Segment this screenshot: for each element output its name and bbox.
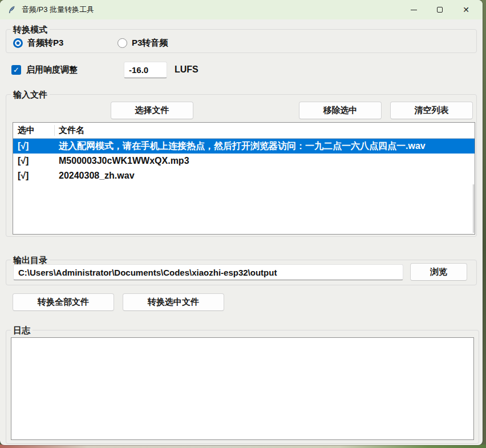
python-feather-icon [7, 5, 17, 15]
input-files-label: 输入文件 [11, 88, 50, 100]
window-title: 音频/P3 批量转换工具 [22, 5, 94, 15]
row-filename-cell: M500003J0cWK1WWxQX.mp3 [54, 156, 189, 166]
lufs-unit-label: LUFS [175, 64, 199, 75]
mode-groupbox: 转换模式 音频转P3 P3转音频 [6, 29, 477, 53]
radio-p3-to-audio[interactable]: P3转音频 [118, 38, 168, 49]
select-files-button[interactable]: 选择文件 [111, 102, 193, 119]
output-dir-groupbox: 输出目录 C:\Users\Administrator\Documents\Co… [6, 260, 477, 285]
row-checked-cell: [√] [13, 141, 54, 151]
maximize-button[interactable] [427, 0, 453, 19]
row-checked-cell: [√] [13, 156, 54, 166]
input-files-groupbox: 输入文件 选择文件 移除选中 清空列表 选中 文件名 [√] 进入配网模式，请在… [6, 94, 477, 237]
radio-icon-audio-to-p3 [13, 38, 23, 48]
header-checked[interactable]: 选中 [13, 125, 54, 136]
file-list-table: 选中 文件名 [√] 进入配网模式，请在手机上连接热点，然后打开浏览器访问：一九… [13, 122, 475, 235]
close-icon: ✕ [463, 6, 469, 14]
output-path-input[interactable]: C:\Users\Administrator\Documents\Codes\x… [13, 264, 403, 280]
table-row[interactable]: [√] M500003J0cWK1WWxQX.mp3 [13, 154, 475, 168]
minimize-icon [411, 10, 417, 10]
checkbox-icon: ✓ [11, 65, 21, 75]
remove-selected-button[interactable]: 移除选中 [299, 102, 382, 119]
list-scrollbar[interactable] [473, 184, 475, 233]
radio-icon-p3-to-audio [118, 38, 127, 48]
convert-selected-button[interactable]: 转换选中文件 [123, 293, 224, 311]
header-separator [54, 125, 55, 136]
file-list-body: [√] 进入配网模式，请在手机上连接热点，然后打开浏览器访问：一九二点一六八点四… [13, 139, 475, 183]
table-row[interactable]: [√] 20240308_zh.wav [13, 168, 475, 183]
header-filename[interactable]: 文件名 [54, 125, 84, 136]
log-textarea[interactable] [11, 337, 474, 440]
table-row[interactable]: [√] 进入配网模式，请在手机上连接热点，然后打开浏览器访问：一九二点一六八点四… [13, 139, 475, 154]
radio-audio-to-p3[interactable]: 音频转P3 [13, 38, 63, 49]
row-filename-cell: 20240308_zh.wav [54, 171, 135, 181]
clear-list-button[interactable]: 清空列表 [390, 102, 473, 119]
titlebar[interactable]: 音频/P3 批量转换工具 ✕ [0, 0, 483, 19]
maximize-icon [437, 7, 443, 13]
row-filename-cell: 进入配网模式，请在手机上连接热点，然后打开浏览器访问：一九二点一六八点四点一.w… [54, 140, 426, 152]
loudness-checkbox[interactable]: ✓ 启用响度调整 [11, 64, 78, 75]
browse-button[interactable]: 浏览 [410, 263, 467, 281]
close-button[interactable]: ✕ [453, 0, 479, 19]
convert-all-button[interactable]: 转换全部文件 [13, 293, 114, 311]
row-checked-cell: [√] [13, 171, 54, 181]
minimize-button[interactable] [400, 0, 427, 19]
log-groupbox: 日志 [6, 330, 479, 444]
log-label: 日志 [11, 324, 33, 336]
file-list-header[interactable]: 选中 文件名 [13, 123, 475, 139]
mode-group-label: 转换模式 [11, 23, 50, 35]
app-window: 音频/P3 批量转换工具 ✕ 转换模式 音频转P3 P3转音频 ✓ 启用响度调整 [0, 0, 483, 445]
lufs-input[interactable]: -16.0 [124, 62, 167, 78]
